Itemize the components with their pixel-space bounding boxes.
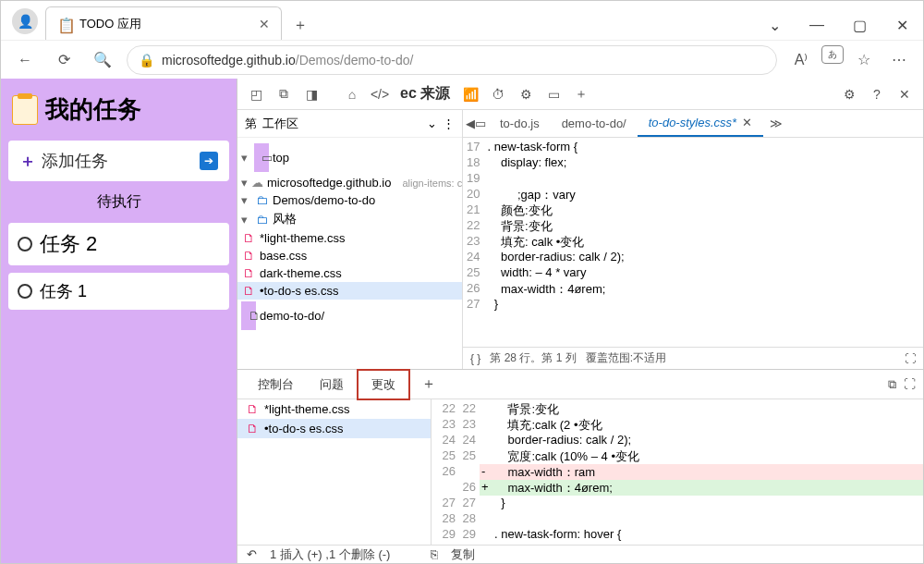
devtools-drawer: 控制台 问题 更改 ＋ ⧉ ⛶ 🗋*light-theme.css 🗋•to-d… (237, 369, 923, 563)
devtools-panel: ◰ ⧉ ◨ ⌂ </> ec 来源 📶 ⏱ ⚙ ▭ ＋ ⚙ ? ✕ 第 工作区 … (237, 79, 923, 563)
close-icon[interactable]: ✕ (742, 116, 752, 129)
nav-left-icon[interactable]: ◀▭ (463, 116, 489, 130)
tree-origin[interactable]: ▾☁microsoftedge.github.ioalign-items: ce… (237, 174, 462, 191)
expand-icon[interactable]: ⛶ (904, 377, 916, 392)
performance-icon[interactable]: ⏱ (485, 81, 511, 107)
close-window-button[interactable]: ✕ (881, 10, 923, 40)
tab-changes[interactable]: 更改 (357, 369, 410, 400)
file-tab-active[interactable]: to-do-styles.css*✕ (638, 110, 763, 137)
file-tab[interactable]: demo-to-do/ (551, 110, 638, 137)
task-item[interactable]: 任务 1 (8, 273, 229, 310)
checkbox-icon[interactable] (18, 237, 32, 251)
new-tab-button[interactable]: ＋ (286, 10, 315, 40)
tree-top[interactable]: ▾▭top (237, 141, 462, 174)
task-label: 任务 2 (40, 230, 97, 258)
plus-icon[interactable]: ＋ (568, 81, 594, 107)
add-task-label: 添加任务 (42, 150, 108, 172)
memory-icon[interactable]: ⚙ (513, 81, 539, 107)
file-tab[interactable]: to-do.js (489, 110, 551, 137)
lock-icon: 🔒 (139, 53, 154, 67)
browser-toolbar: ← ⟳ 🔍 🔒 microsoftedge.github.io/Demos/de… (1, 40, 923, 79)
translate-icon[interactable]: あ (821, 45, 844, 64)
clipboard-icon: 📋 (57, 17, 72, 31)
device-icon[interactable]: ⧉ (271, 81, 297, 107)
toolbar-right: A⁾ あ ☆ ⋯ (786, 45, 914, 75)
help-icon[interactable]: ? (864, 81, 890, 107)
copy-label[interactable]: 复制 (451, 546, 475, 563)
diff-view[interactable]: 22222323242425252626272728282929 背景:变化 填… (432, 399, 923, 545)
read-aloud-icon[interactable]: A⁾ (786, 45, 816, 75)
more-icon[interactable]: ⋮ (443, 116, 455, 130)
wifi-icon[interactable]: 📶 (457, 81, 483, 107)
add-tab-icon[interactable]: ＋ (410, 374, 447, 394)
todo-app-page: 我的任务 ＋ 添加任务 ➔ 待执行 任务 2 任务 1 (1, 79, 237, 563)
back-button[interactable]: ← (10, 45, 40, 75)
submit-arrow-icon[interactable]: ➔ (200, 152, 218, 170)
task-item[interactable]: 任务 2 (8, 223, 229, 265)
inspect-icon[interactable]: ◰ (243, 81, 269, 107)
screenshot-icon[interactable]: ⛶ (905, 352, 916, 365)
maximize-button[interactable]: ▢ (838, 10, 881, 40)
settings-icon[interactable]: ⚙ (836, 81, 862, 107)
workspace-dropdown[interactable]: 工作区 (262, 116, 421, 132)
changed-files-list: 🗋*light-theme.css 🗋•to-do-s es.css (237, 399, 432, 545)
address-bar[interactable]: 🔒 microsoftedge.github.io/Demos/demo-to-… (127, 45, 777, 75)
sources-tab-label[interactable]: ec 来源 (395, 84, 456, 104)
more-icon[interactable]: ⋯ (884, 45, 914, 75)
url-text: microsoftedge.github.io/Demos/demo-to-do… (162, 53, 413, 67)
editor-status: { } 第 28 行。第 1 列 覆盖范围:不适用 ⛶ (463, 347, 923, 369)
elements-icon[interactable]: </> (367, 81, 393, 107)
tree-folder[interactable]: ▾🗀风格 (237, 209, 462, 229)
coverage-status: 覆盖范围:不适用 (586, 350, 666, 366)
favorite-icon[interactable]: ☆ (849, 45, 879, 75)
plus-icon: ＋ (19, 150, 36, 172)
tab-issues[interactable]: 问题 (307, 371, 357, 398)
tree-file[interactable]: 🗋base.css (237, 247, 462, 264)
minimize-button[interactable]: — (796, 10, 838, 40)
close-devtools-icon[interactable]: ✕ (892, 81, 918, 107)
close-tab-icon[interactable]: ✕ (259, 17, 270, 31)
tree-file[interactable]: 🗋•to-do-s es.css (237, 282, 462, 300)
diff-summary: 1 插入 (+) ,1 个删除 (-) (270, 546, 390, 563)
browser-tab[interactable]: 📋 TODO 应用 ✕ (45, 6, 282, 40)
checkbox-icon[interactable] (18, 284, 32, 299)
braces-icon[interactable]: { } (470, 352, 480, 365)
search-button[interactable]: 🔍 (88, 45, 117, 75)
chevron-down-icon[interactable]: ⌄ (427, 116, 437, 130)
tab-console[interactable]: 控制台 (245, 371, 307, 398)
window-controls: ⌄ — ▢ ✕ (753, 10, 923, 40)
home-icon[interactable]: ⌂ (339, 81, 365, 107)
refresh-button[interactable]: ⟳ (49, 45, 79, 75)
pending-header: 待执行 (8, 189, 229, 215)
tree-file[interactable]: 🗋dark-theme.css (237, 264, 462, 282)
tree-folder[interactable]: ▾🗀Demos/demo-to-do (237, 191, 462, 209)
undo-icon[interactable]: ↶ (247, 547, 257, 561)
copy-icon[interactable]: ⎘ (431, 547, 438, 561)
profile-icon[interactable]: 👤 (12, 8, 38, 34)
tree-file[interactable]: 🗋*light-theme.css (237, 229, 462, 247)
sources-navigator: 第 工作区 ⌄ ⋮ ▾▭top ▾☁microsoftedge.github.i… (237, 110, 463, 369)
changed-file[interactable]: 🗋*light-theme.css (237, 399, 431, 419)
devtools-tabbar: ◰ ⧉ ◨ ⌂ </> ec 来源 📶 ⏱ ⚙ ▭ ＋ ⚙ ? ✕ (237, 79, 923, 110)
overflow-icon[interactable]: ≫ (763, 116, 789, 130)
dock-icon[interactable]: ⧉ (888, 377, 896, 392)
changed-file[interactable]: 🗋•to-do-s es.css (237, 419, 431, 438)
add-task-input[interactable]: ＋ 添加任务 ➔ (8, 141, 229, 181)
drawer-footer: ↶ 1 插入 (+) ,1 个删除 (-) ⎘ 复制 (237, 545, 923, 563)
tree-file[interactable]: 🗋demo-to-do/ (237, 300, 462, 332)
chevron-down-icon[interactable]: ⌄ (753, 10, 796, 40)
application-icon[interactable]: ▭ (541, 81, 566, 107)
file-tree: ▾▭top ▾☁microsoftedge.github.ioalign-ite… (237, 138, 462, 369)
page-nav-label[interactable]: 第 (245, 116, 257, 132)
code-view[interactable]: 1718192021222324252627 . new-task-form {… (463, 138, 923, 347)
window-titlebar: 👤 📋 TODO 应用 ✕ ＋ ⌄ — ▢ ✕ (1, 1, 923, 40)
clipboard-icon (12, 95, 38, 125)
page-title: 我的任务 (45, 93, 141, 126)
panel-icon[interactable]: ◨ (298, 81, 324, 107)
tab-title: TODO 应用 (79, 16, 251, 32)
task-label: 任务 1 (40, 280, 87, 302)
code-editor: ◀▭ to-do.js demo-to-do/ to-do-styles.css… (463, 110, 923, 369)
cursor-position: 第 28 行。第 1 列 (490, 350, 576, 366)
